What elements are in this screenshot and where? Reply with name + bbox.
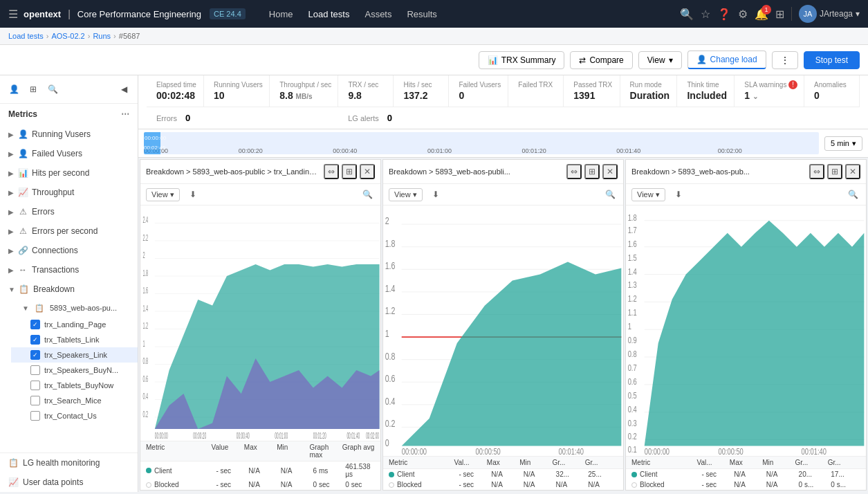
chart2-zoom-icon[interactable]: 🔍 bbox=[602, 187, 618, 202]
chart3-footer: Metric Val... Max Min Gr... Gr... Client… bbox=[626, 456, 866, 490]
chart1-settings-icon[interactable]: ⊞ bbox=[342, 164, 357, 179]
chart3-settings-icon[interactable]: ⊞ bbox=[827, 164, 842, 179]
svg-text:1.2: 1.2 bbox=[628, 294, 637, 304]
chart2-download-icon[interactable]: ⬇ bbox=[428, 187, 443, 202]
trx-search-label: trx_Search_Mice bbox=[44, 396, 102, 405]
sidebar-sub-trx-search[interactable]: trx_Search_Mice bbox=[11, 393, 138, 408]
chart1-download-icon[interactable]: ⬇ bbox=[185, 187, 201, 202]
star-icon[interactable]: ☆ bbox=[701, 8, 710, 21]
grid-icon[interactable]: ⊞ bbox=[775, 8, 784, 21]
metric-run-mode: Run mode Duration bbox=[620, 75, 678, 107]
nav-home[interactable]: Home bbox=[262, 6, 300, 22]
sidebar-search-icon[interactable]: 🔍 bbox=[44, 81, 61, 98]
chart1-close-icon[interactable]: ✕ bbox=[360, 164, 375, 179]
compare-button[interactable]: ⇄ Compare bbox=[570, 51, 632, 69]
trx-tablets-checkbox[interactable]: ✓ bbox=[30, 335, 40, 345]
metric-failed-trx: Failed TRX bbox=[508, 75, 564, 107]
more-button[interactable]: ⋮ bbox=[772, 51, 798, 69]
sidebar-bottom: 📋 LG health monitoring 📈 User data point… bbox=[0, 452, 138, 492]
sidebar-sub-trx-speakers-buy[interactable]: trx_Speakers_BuyN... bbox=[11, 363, 138, 378]
chart2-close-icon[interactable]: ✕ bbox=[602, 164, 618, 179]
trx-contact-checkbox[interactable] bbox=[30, 411, 40, 421]
sidebar-copy-icon[interactable]: ⊞ bbox=[25, 81, 41, 98]
timeline-range-select[interactable]: 5 min ▾ bbox=[824, 136, 862, 151]
nav-results[interactable]: Results bbox=[400, 6, 443, 22]
lg-health-icon: 📋 bbox=[8, 458, 19, 468]
search-icon[interactable]: 🔍 bbox=[680, 8, 694, 21]
sidebar-lg-health[interactable]: 📋 LG health monitoring bbox=[0, 453, 138, 473]
notifications[interactable]: 🔔 1 bbox=[755, 8, 768, 21]
chart3-download-icon[interactable]: ⬇ bbox=[671, 187, 686, 202]
trx-search-checkbox[interactable] bbox=[30, 396, 40, 405]
sidebar-sub-trx-tablets[interactable]: ✓ trx_Tablets_Link bbox=[11, 332, 138, 347]
sidebar-item-failed-vusers[interactable]: ▶ 👤 Failed Vusers bbox=[0, 144, 138, 163]
trx-tablets-buy-checkbox[interactable] bbox=[30, 381, 40, 390]
breadcrumb-aos[interactable]: AOS-02.2 bbox=[51, 32, 84, 40]
trx-speakers-checkbox[interactable]: ✓ bbox=[30, 350, 40, 360]
user-menu[interactable]: JA JArteaga ▾ bbox=[799, 5, 860, 23]
sidebar-item-errors[interactable]: ▶ ⚠ Errors bbox=[0, 202, 138, 221]
chart3-title: Breakdown > 5893_web-aos-pub... bbox=[631, 167, 750, 176]
sidebar-more-icon[interactable]: ⋯ bbox=[121, 109, 129, 119]
trx-summary-button[interactable]: 📊 TRX Summary bbox=[479, 51, 565, 69]
trx-speakers-buy-checkbox[interactable] bbox=[30, 365, 40, 375]
svg-text:0.2: 0.2 bbox=[385, 418, 396, 430]
breakdown-group: ▼ 📋 5893_web-aos-pu... ✓ trx_Landing_Pag… bbox=[0, 299, 138, 423]
breadcrumb-load-tests[interactable]: Load tests bbox=[8, 32, 44, 40]
nav-assets[interactable]: Assets bbox=[358, 6, 398, 22]
sidebar-sub-trx-landing[interactable]: ✓ trx_Landing_Page bbox=[11, 317, 138, 332]
sidebar-item-hits[interactable]: ▶ 📊 Hits per second bbox=[0, 163, 138, 183]
view-button[interactable]: View ▾ bbox=[638, 51, 682, 69]
help-icon[interactable]: ❓ bbox=[717, 8, 731, 21]
sidebar-item-transactions[interactable]: ▶ ↔ Transactions bbox=[0, 260, 138, 280]
sidebar-item-breakdown[interactable]: ▼ 📋 Breakdown bbox=[0, 280, 138, 299]
change-load-button[interactable]: 👤 Change load bbox=[687, 51, 766, 69]
trx-landing-checkbox[interactable]: ✓ bbox=[30, 320, 40, 329]
svg-text:0.6: 0.6 bbox=[142, 374, 148, 383]
chart1-body: 2.4 2.2 2 1.8 1.6 1.4 1.2 1 0.8 0.6 0.4 … bbox=[140, 205, 380, 441]
nav-load-tests[interactable]: Load tests bbox=[301, 6, 356, 22]
sidebar-sub-trx-speakers[interactable]: ✓ trx_Speakers_Link bbox=[11, 347, 138, 363]
sidebar-user-icon[interactable]: 👤 bbox=[6, 81, 22, 98]
failed-vusers-label: Failed Vusers bbox=[32, 149, 82, 158]
chart3-split-icon[interactable]: ⇔ bbox=[809, 164, 824, 179]
chart3-view-button[interactable]: View ▾ bbox=[631, 188, 665, 201]
content-area: Elapsed time 00:02:48 Running Vusers 10 … bbox=[138, 75, 868, 492]
sidebar-collapse-icon[interactable]: ◀ bbox=[116, 81, 132, 98]
breadcrumb-current: #5687 bbox=[119, 32, 140, 40]
svg-text:1.1: 1.1 bbox=[628, 308, 637, 318]
chart3-close-icon[interactable]: ✕ bbox=[845, 164, 860, 179]
breadcrumb-runs[interactable]: Runs bbox=[93, 32, 111, 40]
stop-test-button[interactable]: Stop test bbox=[804, 51, 860, 69]
expand-icon: ▶ bbox=[8, 228, 14, 235]
chart1-view-button[interactable]: View ▾ bbox=[146, 188, 180, 201]
svg-text:0.4: 0.4 bbox=[385, 395, 396, 407]
chart1-zoom-icon[interactable]: 🔍 bbox=[360, 187, 375, 202]
menu-icon[interactable]: ☰ bbox=[8, 8, 18, 21]
timeline-range-label: 5 min bbox=[831, 139, 849, 147]
sidebar-sub-trx-contact[interactable]: trx_Contact_Us bbox=[11, 408, 138, 423]
user-data-label: User data points bbox=[23, 477, 83, 487]
chart2-view-button[interactable]: View ▾ bbox=[389, 188, 423, 201]
lg-health-label: LG health monitoring bbox=[23, 458, 100, 468]
sidebar-item-connections[interactable]: ▶ 🔗 Connections bbox=[0, 241, 138, 260]
charts-area: Breakdown > 5893_web-aos-public > trx_La… bbox=[138, 158, 868, 492]
breakdown-group-item[interactable]: ▼ 📋 5893_web-aos-pu... bbox=[11, 299, 138, 317]
expand-icon: ▶ bbox=[8, 247, 14, 255]
sidebar-item-errors-per-sec[interactable]: ▶ ⚠ Errors per second bbox=[0, 221, 138, 241]
svg-text:00:00:00: 00:00:00 bbox=[402, 447, 427, 456]
svg-text:1.2: 1.2 bbox=[385, 305, 396, 317]
svg-text:0.4: 0.4 bbox=[142, 392, 148, 401]
sidebar-sub-trx-tablets-buy[interactable]: trx_Tablets_BuyNow bbox=[11, 378, 138, 393]
chart2-footer-row-blocked: Blocked - sec N/A N/A N/A N/A bbox=[383, 479, 623, 490]
chart2-split-icon[interactable]: ⇔ bbox=[566, 164, 582, 179]
main-layout: 👤 ⊞ 🔍 ◀ Metrics ⋯ ▶ 👤 Running Vusers ▶ 👤… bbox=[0, 75, 868, 492]
chart1-split-icon[interactable]: ⇔ bbox=[324, 164, 339, 179]
settings-icon[interactable]: ⚙ bbox=[738, 8, 748, 21]
chart3-zoom-icon[interactable]: 🔍 bbox=[845, 187, 860, 202]
sidebar-item-throughput[interactable]: ▶ 📈 Throughput bbox=[0, 183, 138, 202]
timeline-track[interactable]: 00:00:00 00:00:20 00:00:40 00:01:00 00:0… bbox=[144, 132, 819, 154]
sidebar-item-running-vusers[interactable]: ▶ 👤 Running Vusers bbox=[0, 125, 138, 144]
chart2-settings-icon[interactable]: ⊞ bbox=[584, 164, 600, 179]
sidebar-user-data[interactable]: 📈 User data points bbox=[0, 473, 138, 492]
